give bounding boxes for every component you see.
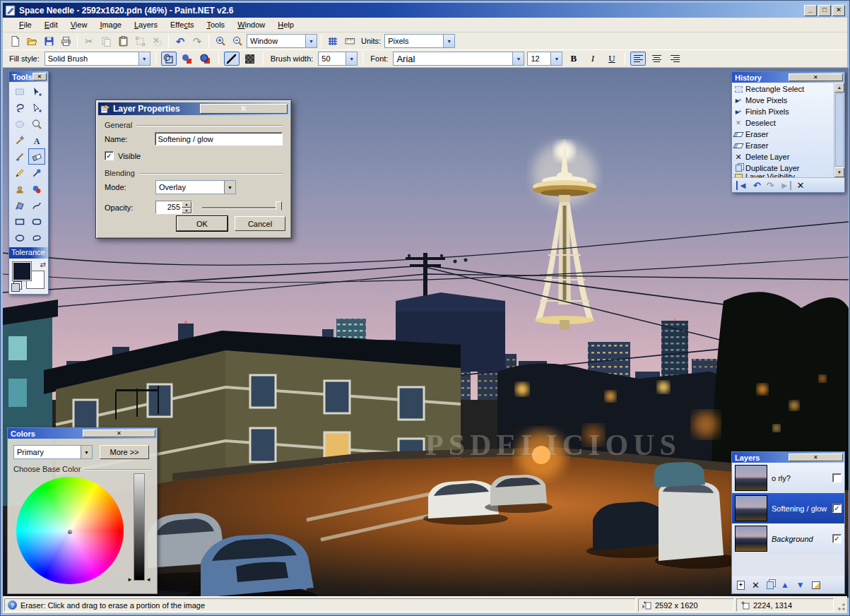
history-scrollbar[interactable]: ▲ ▼ — [834, 83, 844, 177]
text-tool[interactable]: A — [28, 132, 45, 148]
rounded-rectangle-tool[interactable] — [28, 213, 45, 230]
scroll-down-icon[interactable]: ▼ — [834, 167, 844, 177]
italic-button[interactable]: I — [584, 52, 601, 66]
visible-checkbox[interactable]: ✓ — [105, 151, 114, 160]
history-item[interactable]: Duplicate Layer — [732, 162, 834, 174]
swap-colors-icon[interactable]: ⇄ — [40, 261, 46, 268]
clone-stamp-tool[interactable] — [11, 181, 28, 197]
value-slider-markers[interactable]: ► ◄ — [127, 576, 151, 583]
ok-button[interactable]: OK — [177, 216, 228, 231]
undo-button[interactable]: ↶ — [172, 34, 188, 48]
history-item[interactable]: Eraser — [732, 140, 834, 151]
eraser-tool[interactable] — [28, 148, 45, 165]
menu-help[interactable]: Help — [271, 18, 300, 31]
undo-button[interactable]: ↶ — [753, 181, 761, 190]
layer-visible-checkbox[interactable]: ✓ — [832, 534, 842, 543]
fast-forward-button[interactable]: ► — [780, 181, 791, 190]
rectangle-select-tool[interactable] — [11, 83, 28, 100]
font-dropdown[interactable]: Arial ▼ — [393, 52, 524, 66]
move-layer-up-button[interactable]: ▲ — [781, 581, 789, 589]
layer-row[interactable]: Background ✓ — [732, 523, 844, 554]
add-layer-button[interactable]: + — [737, 581, 745, 590]
fill-style-dropdown[interactable]: Solid Brush ▼ — [45, 52, 150, 66]
swatch-mode-icon[interactable] — [11, 283, 20, 292]
delete-history-button[interactable]: ✕ — [797, 181, 805, 190]
deselect-button[interactable] — [149, 34, 165, 48]
close-icon[interactable]: ✕ — [789, 454, 844, 461]
ellipse-select-tool[interactable] — [11, 116, 28, 132]
shape-interior-button[interactable] — [179, 52, 195, 66]
menu-tools[interactable]: Tools — [200, 18, 231, 31]
duplicate-layer-button[interactable] — [767, 581, 774, 589]
color-target-dropdown[interactable]: Primary ▼ — [13, 445, 93, 459]
canvas-area[interactable]: PSDELICIOUS Tools ✕ A — [3, 68, 849, 598]
crop-button[interactable] — [132, 34, 148, 48]
tools-palette-titlebar[interactable]: Tools ✕ — [9, 71, 48, 82]
line-curve-tool[interactable] — [28, 197, 45, 213]
close-icon[interactable]: ✕ — [83, 430, 156, 437]
zoom-mode-dropdown[interactable]: Window ▼ — [247, 34, 317, 48]
close-button[interactable]: ✕ — [832, 5, 845, 16]
maximize-button[interactable]: □ — [818, 5, 831, 16]
redo-button[interactable]: ↷ — [189, 34, 205, 48]
align-left-button[interactable] — [630, 52, 646, 66]
history-palette-titlebar[interactable]: History ✕ — [732, 72, 844, 83]
align-right-button[interactable] — [667, 52, 683, 66]
copy-button[interactable] — [98, 34, 114, 48]
rewind-all-button[interactable]: ◄ — [736, 181, 748, 190]
menu-window[interactable]: Window — [231, 18, 271, 31]
menu-file[interactable]: File — [13, 18, 38, 31]
primary-color-swatch[interactable] — [12, 261, 32, 281]
history-item[interactable]: Deselect — [732, 117, 834, 129]
close-icon[interactable]: ✕ — [789, 73, 844, 81]
shape-outline-button[interactable] — [161, 52, 177, 66]
scrollbar-thumb[interactable] — [835, 93, 844, 167]
layer-row-selected[interactable]: Softening / glow ✓ — [732, 493, 844, 523]
opacity-slider[interactable] — [202, 207, 280, 208]
align-center-button[interactable] — [649, 52, 664, 66]
paintbrush-tool[interactable] — [11, 148, 28, 165]
rectangle-tool[interactable] — [11, 213, 28, 230]
zoom-tool[interactable] — [28, 116, 45, 132]
alpha-blend-button[interactable] — [242, 52, 258, 66]
menu-effects[interactable]: Effects — [164, 18, 200, 31]
ruler-toggle-button[interactable] — [342, 34, 358, 48]
cut-button[interactable]: ✂ — [81, 34, 97, 48]
blend-mode-dropdown[interactable]: Overlay ▼ — [155, 180, 236, 194]
delete-layer-button[interactable]: ✕ — [752, 581, 760, 590]
title-bar[interactable]: Space Needle - 2592x1620.pdn (46%) - Pai… — [3, 3, 847, 18]
history-item[interactable]: Rectangle Select — [732, 83, 834, 95]
print-button[interactable] — [58, 34, 73, 48]
layer-row[interactable]: o rly? ✓ — [732, 463, 844, 493]
cancel-button[interactable]: Cancel — [235, 216, 285, 231]
grid-toggle-button[interactable] — [325, 34, 341, 48]
scroll-up-icon[interactable]: ▲ — [834, 83, 844, 93]
move-layer-down-button[interactable]: ▼ — [796, 581, 805, 589]
menu-layers[interactable]: Layers — [128, 18, 164, 31]
font-size-dropdown[interactable]: 12 ▼ — [527, 52, 562, 66]
zoom-out-button[interactable] — [230, 34, 245, 48]
bold-button[interactable]: B — [565, 52, 582, 66]
ellipse-tool[interactable] — [11, 230, 28, 246]
menu-edit[interactable]: Edit — [38, 18, 64, 31]
freeform-shape-tool[interactable] — [28, 230, 45, 246]
move-pixels-tool[interactable] — [28, 83, 45, 100]
underline-button[interactable]: U — [603, 52, 620, 66]
zoom-in-button[interactable] — [213, 34, 228, 48]
close-icon[interactable]: ✕ — [33, 73, 47, 81]
recolor-tool[interactable] — [28, 181, 45, 197]
magic-wand-tool[interactable] — [11, 132, 28, 148]
history-item[interactable]: Eraser — [732, 129, 834, 140]
history-item[interactable]: Move Pixels — [732, 95, 834, 106]
brush-width-dropdown[interactable]: 50 ▼ — [318, 52, 358, 66]
dialog-titlebar[interactable]: Layer Properties ✕ — [98, 102, 289, 115]
history-item[interactable]: Finish Pixels — [732, 106, 834, 117]
menu-view[interactable]: View — [64, 18, 94, 31]
opacity-spinner[interactable]: 255 ▲▼ — [155, 201, 192, 214]
paint-bucket-tool[interactable] — [11, 197, 28, 213]
units-dropdown[interactable]: Pixels ▼ — [384, 34, 455, 48]
open-button[interactable] — [24, 34, 40, 48]
history-item[interactable]: Delete Layer — [732, 151, 834, 162]
layers-palette-titlebar[interactable]: Layers ✕ — [732, 452, 844, 463]
color-picker-tool[interactable] — [28, 165, 45, 181]
